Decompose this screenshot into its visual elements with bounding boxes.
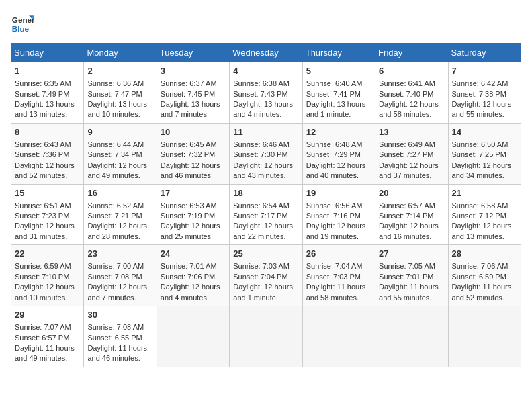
day-info: Sunrise: 6:46 AM Sunset: 7:30 PM Dayligh… — [233, 140, 293, 179]
day-cell: 26Sunrise: 7:04 AM Sunset: 7:03 PM Dayli… — [302, 245, 375, 306]
week-row-1: 1Sunrise: 6:35 AM Sunset: 7:49 PM Daylig… — [11, 62, 521, 124]
day-cell — [302, 306, 375, 367]
header: General Blue — [11, 11, 521, 35]
day-cell: 12Sunrise: 6:48 AM Sunset: 7:29 PM Dayli… — [302, 123, 375, 184]
day-cell — [448, 306, 521, 367]
day-info: Sunrise: 7:04 AM Sunset: 7:03 PM Dayligh… — [306, 262, 366, 301]
day-number: 7 — [452, 65, 517, 77]
day-number: 29 — [15, 309, 80, 321]
day-cell: 30Sunrise: 7:08 AM Sunset: 6:55 PM Dayli… — [84, 306, 157, 367]
day-info: Sunrise: 7:03 AM Sunset: 7:04 PM Dayligh… — [233, 262, 293, 301]
calendar-table: SundayMondayTuesdayWednesdayThursdayFrid… — [11, 43, 521, 367]
day-number: 6 — [379, 65, 444, 77]
day-info: Sunrise: 7:00 AM Sunset: 7:08 PM Dayligh… — [87, 262, 147, 301]
day-cell — [157, 306, 229, 367]
day-number: 16 — [87, 187, 152, 199]
day-cell: 17Sunrise: 6:53 AM Sunset: 7:19 PM Dayli… — [157, 184, 229, 245]
day-cell: 10Sunrise: 6:45 AM Sunset: 7:32 PM Dayli… — [157, 123, 229, 184]
day-cell: 16Sunrise: 6:52 AM Sunset: 7:21 PM Dayli… — [84, 184, 157, 245]
day-cell: 13Sunrise: 6:49 AM Sunset: 7:27 PM Dayli… — [375, 123, 448, 184]
day-cell — [375, 306, 448, 367]
day-info: Sunrise: 6:54 AM Sunset: 7:17 PM Dayligh… — [233, 201, 293, 240]
day-number: 30 — [87, 309, 152, 321]
day-cell — [230, 306, 302, 367]
day-number: 19 — [306, 187, 371, 199]
day-info: Sunrise: 6:42 AM Sunset: 7:38 PM Dayligh… — [452, 79, 512, 118]
day-number: 20 — [379, 187, 444, 199]
day-number: 11 — [233, 126, 298, 138]
day-cell: 8Sunrise: 6:43 AM Sunset: 7:36 PM Daylig… — [11, 123, 84, 184]
day-number: 3 — [161, 65, 226, 77]
day-cell: 15Sunrise: 6:51 AM Sunset: 7:23 PM Dayli… — [11, 184, 84, 245]
day-info: Sunrise: 6:59 AM Sunset: 7:10 PM Dayligh… — [15, 262, 75, 301]
day-info: Sunrise: 6:53 AM Sunset: 7:19 PM Dayligh… — [161, 201, 220, 240]
day-cell: 4Sunrise: 6:38 AM Sunset: 7:43 PM Daylig… — [230, 62, 302, 124]
day-cell: 22Sunrise: 6:59 AM Sunset: 7:10 PM Dayli… — [11, 245, 84, 306]
day-cell: 1Sunrise: 6:35 AM Sunset: 7:49 PM Daylig… — [11, 62, 84, 124]
day-number: 13 — [379, 126, 444, 138]
day-number: 21 — [452, 187, 517, 199]
day-info: Sunrise: 6:43 AM Sunset: 7:36 PM Dayligh… — [15, 140, 75, 179]
day-number: 9 — [87, 126, 152, 138]
header-cell-sunday: Sunday — [11, 44, 84, 62]
day-cell: 5Sunrise: 6:40 AM Sunset: 7:41 PM Daylig… — [302, 62, 375, 124]
logo: General Blue — [11, 11, 38, 35]
day-info: Sunrise: 6:49 AM Sunset: 7:27 PM Dayligh… — [379, 140, 439, 179]
day-cell: 20Sunrise: 6:57 AM Sunset: 7:14 PM Dayli… — [375, 184, 448, 245]
day-number: 18 — [233, 187, 298, 199]
week-row-5: 29Sunrise: 7:07 AM Sunset: 6:57 PM Dayli… — [11, 306, 521, 367]
day-number: 2 — [87, 65, 152, 77]
week-row-2: 8Sunrise: 6:43 AM Sunset: 7:36 PM Daylig… — [11, 123, 521, 184]
header-cell-thursday: Thursday — [302, 44, 375, 62]
day-cell: 21Sunrise: 6:58 AM Sunset: 7:12 PM Dayli… — [448, 184, 521, 245]
day-info: Sunrise: 7:05 AM Sunset: 7:01 PM Dayligh… — [379, 262, 439, 301]
header-cell-tuesday: Tuesday — [157, 44, 229, 62]
day-cell: 3Sunrise: 6:37 AM Sunset: 7:45 PM Daylig… — [157, 62, 229, 124]
day-cell: 11Sunrise: 6:46 AM Sunset: 7:30 PM Dayli… — [230, 123, 302, 184]
day-number: 4 — [233, 65, 298, 77]
day-info: Sunrise: 6:44 AM Sunset: 7:34 PM Dayligh… — [87, 140, 147, 179]
day-number: 27 — [379, 248, 444, 260]
day-cell: 25Sunrise: 7:03 AM Sunset: 7:04 PM Dayli… — [230, 245, 302, 306]
day-info: Sunrise: 6:35 AM Sunset: 7:49 PM Dayligh… — [15, 79, 75, 118]
header-cell-wednesday: Wednesday — [230, 44, 302, 62]
day-cell: 18Sunrise: 6:54 AM Sunset: 7:17 PM Dayli… — [230, 184, 302, 245]
day-cell: 7Sunrise: 6:42 AM Sunset: 7:38 PM Daylig… — [448, 62, 521, 124]
day-number: 26 — [306, 248, 371, 260]
day-number: 28 — [452, 248, 517, 260]
day-cell: 23Sunrise: 7:00 AM Sunset: 7:08 PM Dayli… — [84, 245, 157, 306]
logo-icon: General Blue — [11, 11, 35, 35]
week-row-4: 22Sunrise: 6:59 AM Sunset: 7:10 PM Dayli… — [11, 245, 521, 306]
svg-text:Blue: Blue — [12, 24, 30, 33]
day-cell: 28Sunrise: 7:06 AM Sunset: 6:59 PM Dayli… — [448, 245, 521, 306]
header-cell-monday: Monday — [84, 44, 157, 62]
day-info: Sunrise: 6:37 AM Sunset: 7:45 PM Dayligh… — [161, 79, 220, 118]
day-info: Sunrise: 6:38 AM Sunset: 7:43 PM Dayligh… — [233, 79, 293, 118]
day-info: Sunrise: 6:45 AM Sunset: 7:32 PM Dayligh… — [161, 140, 220, 179]
day-info: Sunrise: 6:51 AM Sunset: 7:23 PM Dayligh… — [15, 201, 75, 240]
day-cell: 9Sunrise: 6:44 AM Sunset: 7:34 PM Daylig… — [84, 123, 157, 184]
day-number: 8 — [15, 126, 80, 138]
day-number: 5 — [306, 65, 371, 77]
day-info: Sunrise: 6:52 AM Sunset: 7:21 PM Dayligh… — [87, 201, 147, 240]
day-number: 22 — [15, 248, 80, 260]
day-info: Sunrise: 6:40 AM Sunset: 7:41 PM Dayligh… — [306, 79, 366, 118]
header-cell-friday: Friday — [375, 44, 448, 62]
day-cell: 6Sunrise: 6:41 AM Sunset: 7:40 PM Daylig… — [375, 62, 448, 124]
day-info: Sunrise: 6:48 AM Sunset: 7:29 PM Dayligh… — [306, 140, 366, 179]
day-cell: 14Sunrise: 6:50 AM Sunset: 7:25 PM Dayli… — [448, 123, 521, 184]
week-row-3: 15Sunrise: 6:51 AM Sunset: 7:23 PM Dayli… — [11, 184, 521, 245]
header-cell-saturday: Saturday — [448, 44, 521, 62]
day-info: Sunrise: 7:01 AM Sunset: 7:06 PM Dayligh… — [161, 262, 220, 301]
day-number: 14 — [452, 126, 517, 138]
day-info: Sunrise: 7:08 AM Sunset: 6:55 PM Dayligh… — [87, 323, 147, 362]
day-cell: 24Sunrise: 7:01 AM Sunset: 7:06 PM Dayli… — [157, 245, 229, 306]
day-number: 10 — [161, 126, 226, 138]
day-number: 15 — [15, 187, 80, 199]
day-number: 17 — [161, 187, 226, 199]
day-cell: 27Sunrise: 7:05 AM Sunset: 7:01 PM Dayli… — [375, 245, 448, 306]
day-number: 1 — [15, 65, 80, 77]
day-cell: 2Sunrise: 6:36 AM Sunset: 7:47 PM Daylig… — [84, 62, 157, 124]
calendar-header-row: SundayMondayTuesdayWednesdayThursdayFrid… — [11, 44, 521, 62]
day-info: Sunrise: 6:57 AM Sunset: 7:14 PM Dayligh… — [379, 201, 439, 240]
